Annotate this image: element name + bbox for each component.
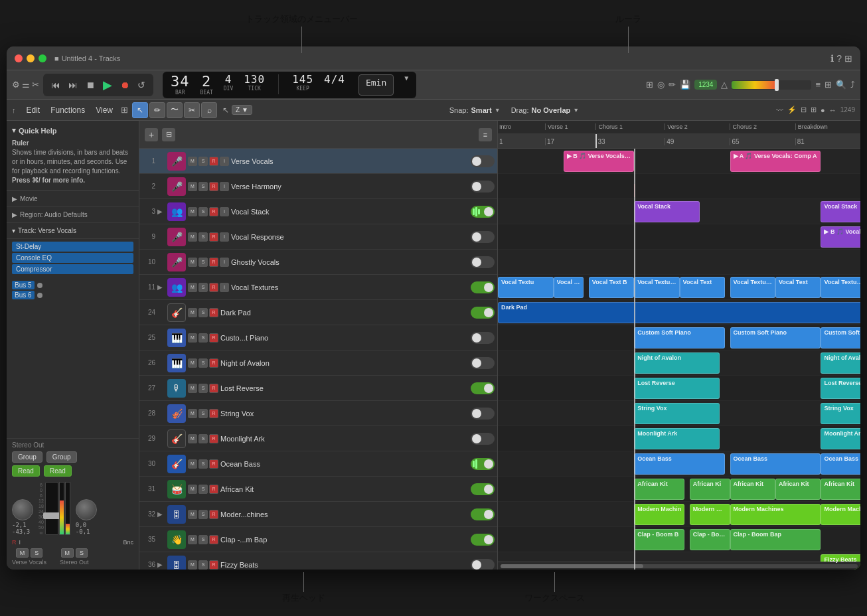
t3-eq-toggle[interactable] bbox=[471, 206, 495, 218]
t27-rec[interactable]: R bbox=[209, 384, 218, 393]
clip-modern-2[interactable]: Modern Machines bbox=[690, 504, 730, 525]
clip-string-vox-2[interactable]: String Vox bbox=[821, 403, 860, 424]
bus6-button[interactable]: Bus 6 bbox=[12, 291, 35, 299]
t36-toggle[interactable] bbox=[471, 559, 495, 570]
t1-toggle[interactable] bbox=[471, 155, 495, 167]
scissor-tool[interactable]: ✂ bbox=[184, 102, 200, 118]
div-counter[interactable]: 4 bbox=[225, 74, 232, 85]
t1-rec[interactable]: R bbox=[209, 157, 218, 166]
snap-value[interactable]: Smart bbox=[471, 106, 492, 114]
minimize-button[interactable] bbox=[27, 54, 35, 62]
t35-solo[interactable]: S bbox=[198, 535, 208, 544]
t30-eq-toggle[interactable] bbox=[471, 458, 495, 470]
track-section[interactable]: ▾Track: Verse Vocals bbox=[7, 223, 139, 239]
toolbar-r2[interactable]: ◎ bbox=[657, 80, 665, 90]
t11-rec[interactable]: R bbox=[209, 283, 218, 292]
clip-custom-piano-1[interactable]: Custom Soft Piano bbox=[634, 327, 725, 348]
maximize-button[interactable] bbox=[39, 54, 46, 62]
clip-vocal-tex-3[interactable]: Vocal Text B bbox=[589, 277, 634, 298]
clip-vocal-stack-b[interactable]: Vocal Stack bbox=[821, 201, 860, 222]
t24-mute[interactable]: M bbox=[188, 308, 197, 317]
toolbar-r1[interactable]: ⊞ bbox=[646, 80, 653, 90]
clip-verse-vocals-a[interactable]: ▶ A 🎵 Verse Vocals: Comp A bbox=[730, 151, 821, 172]
clip-night-avalon-2[interactable]: Night of Avalon bbox=[821, 352, 860, 374]
view-menu[interactable]: View bbox=[90, 104, 118, 117]
t32-mute[interactable]: M bbox=[188, 510, 197, 519]
fast-forward-button[interactable]: ⏭ bbox=[66, 78, 80, 92]
t27-eq-toggle[interactable] bbox=[471, 382, 495, 394]
t1-mute[interactable]: M bbox=[188, 157, 197, 166]
clip-clap-2[interactable]: Clap - Boom Bap bbox=[690, 529, 730, 550]
key-display[interactable]: Emin bbox=[358, 74, 394, 96]
t11-input[interactable]: I bbox=[220, 283, 229, 292]
wave-tool[interactable]: 〜 bbox=[167, 102, 183, 118]
t35-mute[interactable]: M bbox=[188, 535, 197, 544]
close-button[interactable] bbox=[15, 54, 23, 62]
t28-rec[interactable]: R bbox=[209, 409, 218, 418]
snap-dropdown[interactable]: ▼ bbox=[495, 107, 501, 114]
t1-input[interactable]: I bbox=[220, 157, 229, 166]
share-icon[interactable]: ⤴ bbox=[850, 80, 855, 90]
plugin-console-eq[interactable]: Console EQ bbox=[12, 253, 133, 263]
ch2-m-button[interactable]: M bbox=[61, 548, 74, 558]
group-button-2[interactable]: Group bbox=[46, 451, 77, 463]
list-icon[interactable]: ≡ bbox=[815, 80, 821, 90]
t26-solo[interactable]: S bbox=[198, 358, 208, 368]
clip-ocean-bass-2[interactable]: Ocean Bass bbox=[730, 453, 821, 475]
flex-icon[interactable]: △ bbox=[721, 80, 728, 90]
beat-counter[interactable]: 2 bbox=[202, 74, 211, 89]
t24-eq-toggle[interactable] bbox=[471, 307, 495, 319]
quick-help-header[interactable]: ▾ Quick Help bbox=[12, 126, 133, 135]
level-slider[interactable] bbox=[732, 80, 811, 90]
volume-knob[interactable] bbox=[12, 499, 33, 520]
drag-dropdown[interactable]: ▼ bbox=[573, 107, 579, 114]
t2-mute[interactable]: M bbox=[188, 182, 197, 191]
clip-african-kit-1[interactable]: African Kit bbox=[634, 479, 684, 500]
grid-view-btn[interactable]: ⊞ bbox=[121, 105, 128, 115]
t11-solo[interactable]: S bbox=[198, 283, 208, 292]
t31-rec[interactable]: R bbox=[209, 485, 218, 494]
t28-toggle[interactable] bbox=[471, 408, 495, 420]
t3-mute[interactable]: M bbox=[188, 207, 197, 216]
record-button[interactable]: ⏺ bbox=[118, 78, 132, 92]
clip-african-kit-3[interactable]: African Kit bbox=[730, 479, 775, 500]
read-button-2[interactable]: Read bbox=[44, 465, 72, 477]
clip-vocal-tex-8[interactable]: Vocal Textures bbox=[821, 277, 860, 298]
clip-ocean-bass-3[interactable]: Ocean Bass bbox=[821, 453, 860, 475]
t10-toggle[interactable] bbox=[471, 256, 495, 268]
clip-african-kit-5[interactable]: African Kit bbox=[821, 479, 860, 500]
t10-solo[interactable]: S bbox=[198, 258, 208, 267]
t29-rec[interactable]: R bbox=[209, 434, 218, 443]
t11-mute[interactable]: M bbox=[188, 283, 197, 292]
t36-solo[interactable]: S bbox=[198, 560, 208, 570]
pointer-tool[interactable]: ↖ bbox=[132, 102, 148, 118]
clip-vocal-tex-7[interactable]: Vocal Text bbox=[775, 277, 821, 298]
t31-eq-toggle[interactable] bbox=[471, 483, 495, 495]
r-button[interactable]: R bbox=[12, 539, 17, 546]
t35-rec[interactable]: R bbox=[209, 535, 218, 544]
plugin-st-delay[interactable]: St-Delay bbox=[12, 242, 133, 252]
toolbar-icon-3[interactable]: ⊞ bbox=[844, 53, 852, 64]
t9-toggle[interactable] bbox=[471, 231, 495, 243]
t36-rec[interactable]: R bbox=[209, 560, 218, 570]
grid-icon[interactable]: ⊞ bbox=[825, 80, 832, 90]
settings-icon[interactable]: ⚙ bbox=[12, 80, 20, 90]
functions-menu[interactable]: Functions bbox=[45, 104, 90, 117]
volume-knob-2[interactable] bbox=[76, 499, 97, 520]
clip-vocal-stack-a[interactable]: Vocal Stack bbox=[634, 201, 700, 222]
clip-lost-reverse-2[interactable]: Lost Reverse bbox=[821, 378, 860, 399]
clip-verse-vocals-b[interactable]: ▶ B 🎵 Verse Vocals: Comp B bbox=[564, 151, 634, 172]
bluetooth-icon[interactable]: ⚡ bbox=[787, 106, 797, 114]
edit-menu[interactable]: Edit bbox=[21, 104, 46, 117]
group-button[interactable]: Group bbox=[12, 451, 42, 463]
clip-moonlight-ark-1[interactable]: Moonlight Ark bbox=[634, 428, 720, 449]
timesig-value[interactable]: 4/4 bbox=[324, 74, 345, 85]
ch2-s-button[interactable]: S bbox=[76, 548, 88, 558]
clip-modern-3[interactable]: Modern Machines bbox=[730, 504, 821, 525]
stop-button[interactable]: ⏹ bbox=[83, 78, 98, 92]
clip-vocal-tex-6[interactable]: Vocal Textures bbox=[730, 277, 775, 298]
t1-solo[interactable]: S bbox=[198, 157, 208, 166]
link-icon[interactable]: ↔ bbox=[829, 106, 836, 114]
t24-rec[interactable]: R bbox=[209, 308, 218, 317]
t32-rec[interactable]: R bbox=[209, 510, 218, 519]
